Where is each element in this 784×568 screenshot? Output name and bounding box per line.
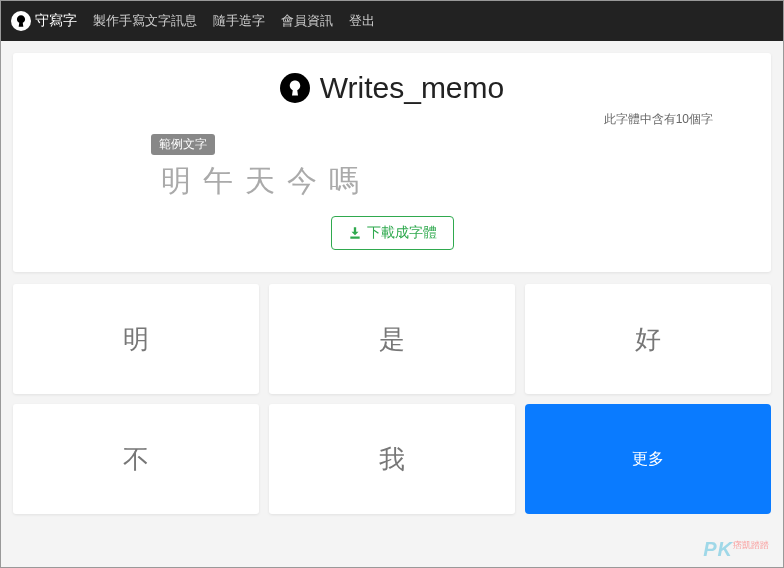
sample-block: 範例文字 明午天今嗎 — [41, 134, 743, 202]
brand-text: 守寫字 — [35, 12, 77, 30]
char-card[interactable]: 好 — [525, 284, 771, 394]
nav-link-create[interactable]: 製作手寫文字訊息 — [93, 12, 197, 30]
char-count-note: 此字體中含有10個字 — [41, 111, 743, 128]
char-card[interactable]: 明 — [13, 284, 259, 394]
navbar: 守寫字 製作手寫文字訊息 隨手造字 會員資訊 登出 — [1, 1, 783, 41]
watermark-main: PK — [703, 538, 733, 560]
more-button[interactable]: 更多 — [525, 404, 771, 514]
char-card[interactable]: 是 — [269, 284, 515, 394]
download-row: 下載成字體 — [41, 216, 743, 250]
font-title: Writes_memo — [320, 71, 504, 105]
download-label: 下載成字體 — [367, 224, 437, 242]
nav-link-member[interactable]: 會員資訊 — [281, 12, 333, 30]
sample-text: 明午天今嗎 — [161, 161, 743, 202]
watermark-sub: 痞凱踏踏 — [733, 540, 769, 550]
brand-icon — [11, 11, 31, 31]
main-card: Writes_memo 此字體中含有10個字 範例文字 明午天今嗎 下載成字體 — [13, 53, 771, 272]
title-row: Writes_memo — [41, 71, 743, 105]
page-content: Writes_memo 此字體中含有10個字 範例文字 明午天今嗎 下載成字體 … — [1, 41, 783, 567]
char-card[interactable]: 我 — [269, 404, 515, 514]
char-card[interactable]: 不 — [13, 404, 259, 514]
nav-link-logout[interactable]: 登出 — [349, 12, 375, 30]
title-icon — [280, 73, 310, 103]
char-grid: 明 是 好 不 我 更多 — [13, 284, 771, 514]
download-button[interactable]: 下載成字體 — [331, 216, 454, 250]
nav-link-draw[interactable]: 隨手造字 — [213, 12, 265, 30]
sample-badge: 範例文字 — [151, 134, 215, 155]
brand-logo[interactable]: 守寫字 — [11, 11, 77, 31]
watermark: PK痞凱踏踏 — [703, 538, 769, 561]
download-icon — [348, 226, 362, 240]
